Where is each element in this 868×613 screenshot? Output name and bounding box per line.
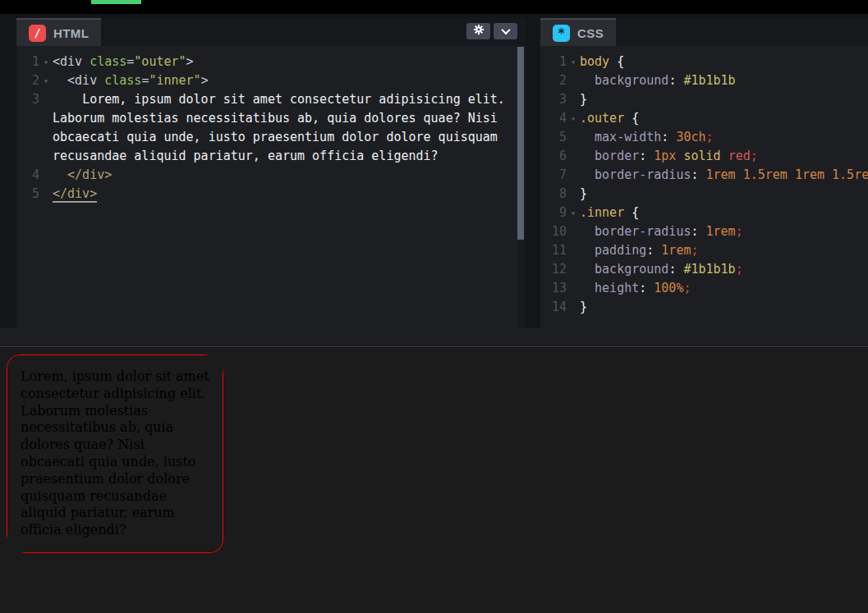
html-code-area[interactable]: 1▾<div class="outer">2▾ <div class="inne… <box>16 46 526 328</box>
green-accent-bar <box>91 0 141 4</box>
code-text: </div> <box>53 185 516 204</box>
code-text: } <box>580 185 868 204</box>
code-line[interactable]: 5</div> <box>16 185 526 204</box>
code-line[interactable]: 5 max-width: 30ch; <box>540 128 868 147</box>
line-number: 14 <box>540 298 567 317</box>
code-line[interactable]: 3} <box>540 90 868 109</box>
fold-arrow-icon[interactable]: ▾ <box>39 71 53 90</box>
preview-inner-box: Lorem, ipsum dolor sit amet consectetur … <box>7 355 223 552</box>
code-text: padding: 1rem; <box>580 241 868 260</box>
tab-html[interactable]: / HTML <box>16 18 101 46</box>
code-text: border-radius: 1rem; <box>580 222 868 241</box>
code-text: } <box>580 298 868 317</box>
code-text: Lorem, ipsum dolor sit amet consectetur … <box>53 90 516 166</box>
code-text: max-width: 30ch; <box>580 128 868 147</box>
code-text: .inner { <box>580 204 868 222</box>
fold-arrow-icon[interactable]: ▾ <box>567 109 580 128</box>
line-number: 5 <box>540 128 567 147</box>
html-slash-icon: / <box>29 25 46 42</box>
line-number: 10 <box>540 222 567 241</box>
line-number: 1 <box>540 53 567 71</box>
fold-arrow-icon[interactable]: ▾ <box>567 53 580 71</box>
code-line[interactable]: 7 border-radius: 1rem 1.5rem 1rem 1.5rem… <box>540 166 868 185</box>
tab-css[interactable]: * CSS <box>540 18 616 46</box>
code-line[interactable]: 2 background: #1b1b1b <box>540 71 868 90</box>
line-number: 12 <box>540 260 567 279</box>
html-tab-label: HTML <box>53 26 89 40</box>
code-line[interactable]: 14} <box>540 298 868 317</box>
html-editor-panel: / HTML <box>16 18 526 328</box>
code-text: .outer { <box>580 109 868 128</box>
css-editor-header: * CSS <box>540 18 868 46</box>
css-editor-panel: * CSS 1▾body {2 background: #1b1b1b3}4▾.… <box>540 18 868 328</box>
code-line[interactable]: 8} <box>540 185 868 204</box>
css-code-area[interactable]: 1▾body {2 background: #1b1b1b3}4▾.outer … <box>540 46 868 328</box>
css-asterisk-icon: * <box>553 25 570 42</box>
code-line[interactable]: 10 border-radius: 1rem; <box>540 222 868 241</box>
fold-arrow-icon[interactable]: ▾ <box>567 204 580 222</box>
line-number: 13 <box>540 279 567 298</box>
code-line[interactable]: 4 </div> <box>16 166 526 185</box>
editor-preview-resizer[interactable] <box>0 328 868 347</box>
code-line[interactable]: 13 height: 100%; <box>540 279 868 298</box>
preview-pane: Lorem, ipsum dolor sit amet consectetur … <box>0 348 868 613</box>
line-number: 2 <box>16 71 39 90</box>
code-text: <div class="inner"> <box>53 71 516 90</box>
code-text: background: #1b1b1b; <box>580 260 868 279</box>
html-editor-header-buttons <box>466 23 517 39</box>
line-number: 5 <box>16 185 39 204</box>
fold-arrow-icon[interactable]: ▾ <box>39 53 53 71</box>
code-text: <div class="outer"> <box>53 53 516 71</box>
line-number: 9 <box>540 204 567 222</box>
preview-outer-box: Lorem, ipsum dolor sit amet consectetur … <box>7 355 223 553</box>
code-text: border-radius: 1rem 1.5rem 1rem 1.5rem; <box>580 166 868 185</box>
code-line[interactable]: 1▾body { <box>540 53 868 71</box>
line-number: 4 <box>16 166 39 185</box>
editor-settings-button[interactable] <box>466 23 490 39</box>
code-text: body { <box>580 53 868 71</box>
code-text: background: #1b1b1b <box>580 71 868 90</box>
line-number: 6 <box>540 147 567 166</box>
line-number: 3 <box>16 90 39 109</box>
settings-gear-icon <box>473 24 485 39</box>
code-line[interactable]: 2▾ <div class="inner"> <box>16 71 526 90</box>
code-line[interactable]: 11 padding: 1rem; <box>540 241 868 260</box>
code-line[interactable]: 9▾.inner { <box>540 204 868 222</box>
chevron-down-icon <box>501 25 510 34</box>
line-number: 1 <box>16 53 39 71</box>
line-number: 11 <box>540 241 567 260</box>
html-code-lines: 1▾<div class="outer">2▾ <div class="inne… <box>16 53 526 204</box>
line-number: 7 <box>540 166 567 185</box>
code-text: height: 100%; <box>580 279 868 298</box>
html-editor-scrollbar-track[interactable] <box>517 46 526 328</box>
code-line[interactable]: 6 border: 1px solid red; <box>540 147 868 166</box>
html-editor-scrollbar-thumb[interactable] <box>517 47 524 240</box>
code-text: } <box>580 90 868 109</box>
preview-paragraph: Lorem, ipsum dolor sit amet consectetur … <box>21 368 209 538</box>
code-line[interactable]: 3 Lorem, ipsum dolor sit amet consectetu… <box>16 90 526 166</box>
css-tab-label: CSS <box>577 26 604 40</box>
code-line[interactable]: 12 background: #1b1b1b; <box>540 260 868 279</box>
code-line[interactable]: 1▾<div class="outer"> <box>16 53 526 71</box>
line-number: 8 <box>540 185 567 204</box>
editor-collapse-button[interactable] <box>494 23 517 39</box>
line-number: 4 <box>540 109 567 128</box>
html-editor-header: / HTML <box>16 18 526 46</box>
code-text: border: 1px solid red; <box>580 147 868 166</box>
code-line[interactable]: 4▾.outer { <box>540 109 868 128</box>
top-bar <box>0 0 868 14</box>
line-number: 3 <box>540 90 567 109</box>
css-code-lines: 1▾body {2 background: #1b1b1b3}4▾.outer … <box>540 53 868 317</box>
line-number: 2 <box>540 71 567 90</box>
code-text: </div> <box>53 166 516 185</box>
